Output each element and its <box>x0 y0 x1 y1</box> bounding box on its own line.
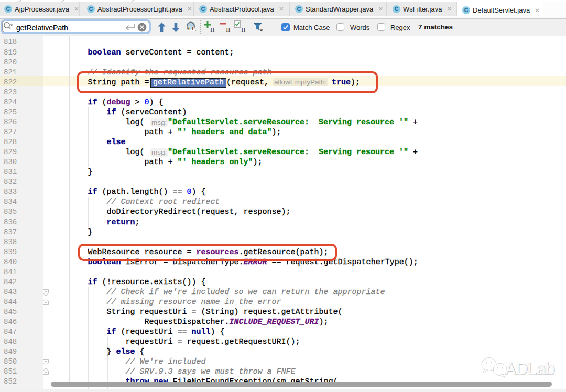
svg-text:II: II <box>241 26 246 34</box>
svg-text:ALL: ALL <box>186 26 195 31</box>
svg-text:II: II <box>210 26 215 34</box>
svg-text:II: II <box>226 26 231 34</box>
svg-text:ADLab: ADLab <box>505 360 554 378</box>
